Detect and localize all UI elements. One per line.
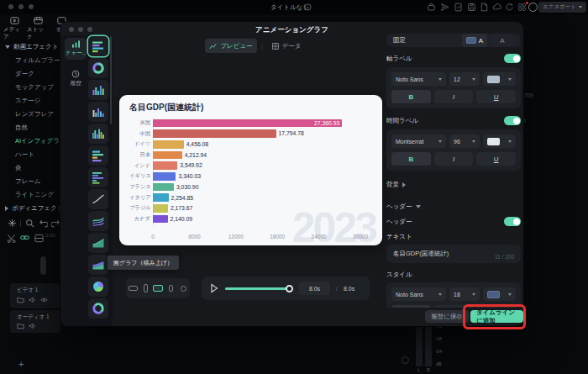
undo-icon[interactable]	[39, 219, 48, 228]
axis-font-family-dropdown[interactable]: Noto Sans	[391, 72, 446, 86]
aspect-tall-button[interactable]	[165, 278, 177, 298]
media-icon	[10, 17, 19, 24]
aspect-wide-button[interactable]	[152, 278, 165, 298]
chart-type-column-chart[interactable]	[88, 80, 108, 100]
slider-fill	[225, 287, 290, 290]
sidebar-tab-media[interactable]: メディア	[3, 17, 25, 41]
axis-italic-button[interactable]: I	[434, 90, 474, 103]
tab-chart[interactable]: チャー...	[65, 38, 87, 60]
style-font-color-dropdown[interactable]	[483, 287, 516, 301]
window-zoom-button[interactable]	[29, 4, 34, 9]
chart-type-line-chart[interactable]	[88, 189, 108, 209]
axis-font-color-dropdown[interactable]	[483, 72, 516, 86]
slider-handle[interactable]	[286, 285, 293, 292]
apps-grid-icon[interactable]	[517, 3, 527, 12]
folder-icon[interactable]	[17, 323, 24, 330]
search-icon[interactable]	[25, 219, 34, 228]
header-toggle-row: ヘッダー	[386, 217, 521, 226]
time-bold-button[interactable]: B	[391, 152, 431, 166]
chart-type-area-chart[interactable]	[88, 233, 108, 253]
export-button[interactable]: エクスポート	[538, 2, 586, 13]
title-dropdown-icon[interactable]	[304, 3, 312, 11]
toolbox-icon[interactable]	[427, 3, 436, 12]
save-to-history-button[interactable]: 履歴に保存	[425, 310, 469, 323]
header-toggle[interactable]	[504, 217, 521, 226]
add-track-button[interactable]: +	[18, 359, 24, 369]
avatar[interactable]	[528, 3, 538, 12]
play-button[interactable]	[210, 283, 218, 293]
chart-type-column-chart-2[interactable]	[88, 102, 108, 122]
thumbnail-scrollbar[interactable]	[110, 36, 112, 124]
timeline-panel: 0:00 ビデオ 1 オーディオ 1 +	[0, 214, 60, 374]
aspect-portrait-button[interactable]	[139, 278, 152, 298]
background-section-header[interactable]: 背景	[386, 181, 521, 189]
chart-value-label: 2,173.67	[171, 205, 192, 211]
data-tab-button[interactable]: データ	[267, 39, 306, 53]
playback-slider[interactable]	[225, 287, 292, 290]
chart-type-horizontal-bar-chart-3[interactable]	[88, 167, 108, 187]
style-font-size-dropdown[interactable]: 18	[449, 287, 480, 301]
cloud-upload-icon[interactable]	[492, 3, 501, 12]
chart-type-horizontal-bar-chart[interactable]	[88, 36, 108, 56]
share-icon[interactable]	[440, 3, 449, 12]
fill-color-button[interactable]: A	[462, 34, 487, 47]
preview-tab-button[interactable]: プレビュー	[205, 39, 257, 53]
header-text-input[interactable]: 名目GDP(国連統計) 11 / 200	[386, 245, 521, 263]
chart-type-horizontal-bar-chart-2[interactable]	[88, 145, 108, 166]
volume-knob[interactable]	[402, 356, 409, 364]
redo-icon[interactable]	[51, 219, 60, 228]
window-minimize-button[interactable]	[18, 4, 24, 9]
chart-bar-row: イギリス3,340.03	[129, 171, 372, 182]
time-italic-button[interactable]: I	[434, 152, 474, 166]
chart-category-label: イタリア	[129, 194, 153, 202]
window-close-button[interactable]	[8, 4, 13, 9]
chart-type-pie-chart[interactable]	[88, 277, 108, 297]
mute-icon[interactable]	[29, 297, 36, 304]
scissors-icon[interactable]	[7, 234, 16, 243]
magic-tools-icon[interactable]	[8, 219, 17, 228]
style-bold-button[interactable]: B	[391, 305, 431, 308]
panel-resize-handle[interactable]	[40, 256, 46, 275]
tasks-icon[interactable]	[454, 3, 463, 12]
outline-color-button[interactable]: A	[491, 34, 514, 47]
chart-value-label: 17,794.78	[279, 130, 304, 136]
chart-preview-card[interactable]: 名目GDP(国連統計) 2023 米国27,360.93中国17,794.78ド…	[119, 95, 382, 245]
style-font-family-dropdown[interactable]: Noto Sans	[391, 287, 446, 301]
aspect-landscape-button[interactable]	[127, 278, 139, 298]
visibility-icon[interactable]	[40, 297, 48, 304]
time-font-size-dropdown[interactable]: 96	[449, 134, 480, 148]
meter-channel-label: L	[417, 367, 420, 372]
time-font-color-dropdown[interactable]	[483, 134, 516, 148]
preview-chart-icon	[209, 43, 217, 50]
header-group-header[interactable]: ヘッダー	[386, 203, 521, 211]
chart-type-column-chart-3[interactable]	[88, 124, 108, 144]
mask-icon[interactable]	[34, 234, 44, 243]
audio-meter: L R -42 -48 -54 dB	[402, 323, 452, 374]
tab-history[interactable]: 履歴	[65, 68, 87, 88]
sidebar-item-label: 炎	[15, 164, 22, 172]
time-label-toggle[interactable]	[504, 116, 521, 125]
aspect-square-button[interactable]	[177, 278, 190, 298]
chart-type-donut-chart[interactable]	[88, 58, 108, 78]
folder-icon[interactable]	[17, 297, 24, 304]
axis-underline-button[interactable]: U	[476, 90, 516, 103]
mute-icon[interactable]	[29, 323, 36, 330]
axis-font-box: Noto Sans 12 B I U	[386, 67, 521, 108]
sync-icon[interactable]	[505, 3, 514, 12]
sidebar-item-label: モックアップ	[15, 83, 54, 92]
save-icon[interactable]	[467, 3, 476, 12]
chart-type-multi-line-chart[interactable]	[88, 211, 108, 231]
chart-value-label: 4,456.08	[186, 141, 208, 147]
sidebar-item-label: ライトニング	[15, 191, 54, 199]
aspect-ratio-group	[126, 278, 190, 298]
chart-type-donut-chart-2[interactable]	[88, 298, 108, 319]
axis-label-toggle[interactable]	[504, 54, 521, 63]
link-icon[interactable]	[20, 234, 29, 243]
time-font-family-dropdown[interactable]: Montserrat	[391, 134, 446, 148]
time-underline-button[interactable]: U	[476, 152, 516, 166]
axis-bold-button[interactable]: B	[391, 90, 431, 103]
file-icon[interactable]	[480, 3, 489, 12]
sidebar-tab-stock[interactable]: ストック	[27, 17, 49, 41]
axis-font-size-dropdown[interactable]: 12	[449, 72, 480, 86]
chart-type-stacked-area-chart[interactable]	[88, 255, 108, 275]
